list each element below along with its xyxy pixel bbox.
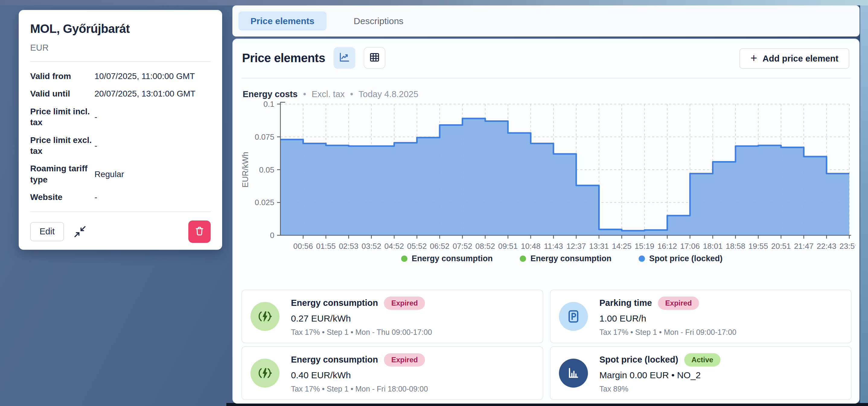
station-card: MOL, Győrújbarát EUR Valid from10/07/202…: [19, 10, 222, 250]
price-element-meta: Tax 17% • Step 1 • Mon - Thu 09:00-17:00: [291, 328, 432, 337]
parking-icon: [559, 302, 588, 331]
price-element-title-row: Parking timeExpired: [599, 297, 736, 310]
detail-label: Website: [30, 192, 92, 203]
price-element-title: Spot price (locked): [599, 355, 678, 365]
detail-value: -: [92, 192, 211, 203]
energy-costs-chart[interactable]: 00.0250.050.0750.100:5601:5502:5303:5204…: [239, 100, 855, 252]
ev-charging-icon: [250, 302, 279, 331]
svg-text:20:51: 20:51: [771, 242, 791, 251]
station-details: Valid from10/07/2025, 11:00:00 GMTValid …: [30, 71, 211, 203]
ev-charging-icon: [250, 359, 279, 387]
detail-label: Roaming tariff type: [30, 163, 92, 185]
price-element-title-row: Energy consumptionExpired: [291, 353, 428, 367]
detail-row: Roaming tariff typeRegular: [30, 163, 211, 185]
svg-text:01:55: 01:55: [316, 242, 336, 251]
price-element-value: 1.00 EUR/h: [599, 313, 736, 324]
svg-text:09:51: 09:51: [498, 242, 518, 251]
svg-text:19:55: 19:55: [748, 242, 768, 251]
legend-label: Energy consumption: [530, 254, 612, 263]
svg-text:07:52: 07:52: [453, 242, 472, 251]
svg-text:0: 0: [270, 231, 274, 240]
price-element-meta: Tax 89%: [599, 384, 720, 393]
svg-text:06:52: 06:52: [430, 242, 450, 251]
chart-title: Energy costs: [243, 89, 298, 99]
background-top-strip: [0, 0, 868, 5]
chart-legend: Energy consumptionEnergy consumptionSpot…: [274, 254, 849, 263]
background-right-column: [860, 5, 868, 406]
price-element-title: Energy consumption: [291, 355, 378, 365]
svg-text:18:58: 18:58: [725, 242, 745, 251]
price-element-body: Parking timeExpired1.00 EUR/hTax 17% • S…: [599, 297, 736, 337]
price-element-value: Margin 0.00 EUR • NO_2: [599, 370, 720, 380]
price-element-value: 0.27 EUR/kWh: [291, 313, 432, 324]
divider: [242, 78, 850, 78]
svg-text:18:01: 18:01: [703, 242, 722, 251]
separator-dot: •: [303, 89, 306, 99]
price-element-body: Energy consumptionExpired0.27 EUR/kWhTax…: [291, 297, 432, 337]
delete-button[interactable]: [188, 221, 211, 243]
legend-item[interactable]: Spot price (locked): [639, 254, 722, 263]
price-element-body: Energy consumptionExpired0.40 EUR/kWhTax…: [291, 353, 428, 393]
svg-text:16:12: 16:12: [657, 242, 677, 251]
price-elements-panel: Price elements +: [232, 39, 860, 404]
detail-label: Valid from: [30, 71, 92, 82]
svg-text:0.1: 0.1: [264, 100, 274, 109]
price-element-meta: Tax 17% • Step 1 • Mon - Fri 18:00-09:00: [291, 384, 428, 393]
detail-row: Price limit excl. tax-: [30, 135, 211, 157]
detail-row: Website-: [30, 192, 211, 203]
svg-text:14:25: 14:25: [612, 242, 631, 251]
edit-button[interactable]: Edit: [30, 222, 64, 241]
price-element-card[interactable]: Parking timeExpired1.00 EUR/hTax 17% • S…: [550, 290, 852, 343]
svg-text:23:59: 23:59: [839, 242, 855, 251]
status-badge: Expired: [658, 297, 699, 310]
station-title: MOL, Győrújbarát: [30, 22, 211, 36]
price-element-title: Energy consumption: [291, 298, 378, 308]
detail-row: Price limit incl. tax-: [30, 106, 211, 128]
svg-text:0.025: 0.025: [255, 198, 274, 207]
svg-text:03:52: 03:52: [362, 242, 381, 251]
detail-value: 20/07/2025, 13:01:00 GMT: [92, 89, 211, 99]
price-elements-grid: Energy consumptionExpired0.27 EUR/kWhTax…: [242, 290, 852, 400]
add-price-element-button[interactable]: + Add price element: [739, 48, 849, 69]
svg-text:12:37: 12:37: [566, 242, 586, 251]
price-element-card[interactable]: Spot price (locked)ActiveMargin 0.00 EUR…: [550, 346, 852, 400]
station-currency: EUR: [30, 43, 211, 53]
svg-text:02:53: 02:53: [339, 242, 359, 251]
tab-descriptions[interactable]: Descriptions: [342, 11, 415, 30]
svg-text:13:31: 13:31: [589, 242, 609, 251]
bar-chart-icon: [559, 359, 588, 387]
panel-header: Price elements: [242, 47, 385, 69]
price-element-card[interactable]: Energy consumptionExpired0.40 EUR/kWhTax…: [242, 346, 543, 400]
price-element-title: Parking time: [599, 298, 652, 308]
detail-label: Price limit excl. tax: [30, 135, 92, 157]
legend-item[interactable]: Energy consumption: [401, 254, 493, 263]
line-chart-icon: [338, 51, 350, 65]
svg-text:11:43: 11:43: [544, 242, 563, 251]
table-view-toggle[interactable]: [364, 47, 385, 69]
legend-item[interactable]: Energy consumption: [520, 254, 612, 263]
tab-price-elements[interactable]: Price elements: [239, 11, 327, 30]
price-element-meta: Tax 17% • Step 1 • Mon - Fri 09:00-17:00: [599, 328, 736, 337]
collapse-icon[interactable]: [73, 225, 87, 239]
legend-label: Spot price (locked): [649, 254, 722, 263]
trash-icon: [194, 225, 205, 238]
price-element-body: Spot price (locked)ActiveMargin 0.00 EUR…: [599, 353, 720, 393]
detail-row: Valid until20/07/2025, 13:01:00 GMT: [30, 89, 211, 99]
station-card-actions: Edit: [30, 221, 211, 243]
tab-bar: Price elements Descriptions: [232, 5, 860, 36]
chart-header: Energy costs • Excl. tax • Today 4.8.202…: [243, 89, 418, 99]
chart-view-toggle[interactable]: [334, 47, 355, 69]
legend-dot-icon: [520, 256, 526, 262]
svg-text:00:56: 00:56: [293, 242, 313, 251]
detail-label: Price limit incl. tax: [30, 106, 92, 128]
plus-icon: +: [750, 52, 757, 64]
detail-value: 10/07/2025, 11:00:00 GMT: [92, 71, 211, 82]
svg-text:10:48: 10:48: [521, 242, 540, 251]
svg-text:08:52: 08:52: [475, 242, 495, 251]
price-element-title-row: Spot price (locked)Active: [599, 353, 720, 367]
price-element-value: 0.40 EUR/kWh: [291, 370, 428, 380]
status-badge: Expired: [384, 353, 425, 367]
legend-dot-icon: [401, 256, 407, 262]
detail-label: Valid until: [30, 89, 92, 99]
price-element-card[interactable]: Energy consumptionExpired0.27 EUR/kWhTax…: [242, 290, 543, 343]
